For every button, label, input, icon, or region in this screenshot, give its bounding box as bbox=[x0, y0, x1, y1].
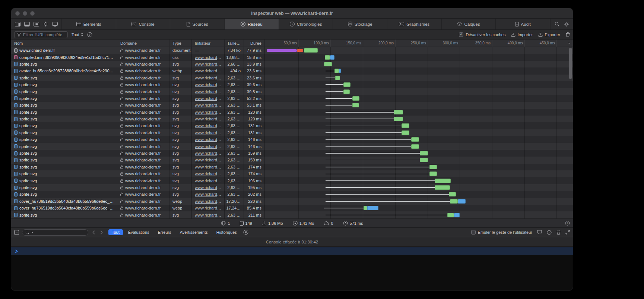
request-row[interactable]: sprite.svgwww.richard-dern.frsvgwww.rich… bbox=[11, 150, 573, 157]
column-header-domain[interactable]: Domaine bbox=[117, 40, 169, 47]
initiator-link[interactable]: www.richard-d… bbox=[195, 192, 221, 196]
console-search-input[interactable] bbox=[35, 230, 85, 235]
initiator-link[interactable]: www.richard-d… bbox=[195, 158, 221, 162]
column-header-size[interactable]: Taille… bbox=[225, 40, 244, 47]
request-row[interactable]: sprite.svgwww.richard-dern.frsvgwww.rich… bbox=[11, 129, 573, 136]
zoom-window-button[interactable] bbox=[30, 11, 35, 16]
initiator-link[interactable]: www.richard-d… bbox=[195, 103, 221, 107]
request-row[interactable]: sprite.svgwww.richard-dern.frsvgwww.rich… bbox=[11, 116, 573, 122]
dock-right-icon[interactable] bbox=[13, 20, 22, 28]
initiator-link[interactable]: www.richard-d… bbox=[195, 199, 221, 204]
initiator-link[interactable]: www.richard-d… bbox=[195, 137, 221, 142]
url-filter-input[interactable] bbox=[23, 32, 65, 37]
console-messages-icon[interactable] bbox=[537, 230, 542, 235]
console-scope-warnings[interactable]: Avertissements bbox=[177, 229, 211, 235]
search-icon[interactable] bbox=[553, 20, 561, 28]
initiator-link[interactable]: www.richard-d… bbox=[195, 165, 221, 169]
initiator-link[interactable]: www.richard-d… bbox=[195, 82, 221, 87]
initiator-link[interactable]: www.richard-d… bbox=[195, 62, 221, 66]
disable-caches-control[interactable]: Désactiver les caches bbox=[459, 32, 505, 37]
element-picker-icon[interactable] bbox=[41, 20, 50, 28]
request-row[interactable]: sprite.svgwww.richard-dern.frsvgwww.rich… bbox=[11, 75, 573, 81]
tab-elements[interactable]: Éléments bbox=[62, 19, 116, 29]
initiator-link[interactable]: www.richard-d… bbox=[195, 171, 221, 176]
console-scope-evaluations[interactable]: Évaluations bbox=[125, 229, 153, 235]
column-header-type[interactable]: Type bbox=[169, 40, 192, 47]
request-row[interactable]: sprite.svgwww.richard-dern.frsvgwww.rich… bbox=[11, 81, 573, 88]
initiator-link[interactable]: www.richard-d… bbox=[195, 213, 221, 217]
request-row[interactable]: cover_hu736519dc3b5040cfa48b6b559b6de6ec… bbox=[11, 198, 573, 205]
console-scope-errors[interactable]: Erreurs bbox=[155, 229, 175, 235]
initiator-link[interactable]: www.richard-d… bbox=[195, 96, 221, 101]
request-row[interactable]: sprite.svgwww.richard-dern.frsvgwww.rich… bbox=[11, 184, 573, 191]
dock-bottom-icon[interactable] bbox=[23, 20, 31, 28]
console-scope-all[interactable]: Tout bbox=[108, 229, 123, 235]
type-filter-dropdown[interactable]: Tout bbox=[72, 32, 83, 37]
trash-icon[interactable] bbox=[556, 230, 561, 235]
request-row[interactable]: compiled.min.38390909f303624ed9e1cf1bd3f… bbox=[11, 54, 573, 60]
request-row[interactable]: sprite.svgwww.richard-dern.frsvgwww.rich… bbox=[11, 143, 573, 150]
import-button[interactable]: Importer bbox=[511, 32, 533, 37]
request-row[interactable]: sprite.svgwww.richard-dern.frsvgwww.rich… bbox=[11, 88, 573, 95]
initiator-link[interactable]: www.richard-d… bbox=[195, 110, 221, 114]
filter-options-icon[interactable] bbox=[87, 32, 92, 37]
request-row[interactable]: sprite.svgwww.richard-dern.frsvgwww.rich… bbox=[11, 122, 573, 129]
tab-layers[interactable]: Calques bbox=[442, 19, 496, 29]
request-row[interactable]: sprite.svgwww.richard-dern.frsvgwww.rich… bbox=[11, 102, 573, 108]
tab-network[interactable]: Réseau bbox=[225, 19, 279, 29]
initiator-link[interactable]: www.richard-d… bbox=[195, 69, 221, 73]
request-row[interactable]: sprite.svgwww.richard-dern.frsvgwww.rich… bbox=[11, 136, 573, 143]
disable-caches-checkbox[interactable] bbox=[459, 32, 463, 37]
export-button[interactable]: Exporter bbox=[538, 32, 560, 37]
request-row[interactable]: sprite.svgwww.richard-dern.frsvgwww.rich… bbox=[11, 211, 573, 218]
request-row[interactable]: www.richard-dern.frwww.richard-dern.frdo… bbox=[11, 47, 573, 54]
request-row[interactable]: cover_hu736519dc3b5040cfa48b6b559b6de6ec… bbox=[11, 205, 573, 211]
console-mode-icon[interactable] bbox=[14, 230, 19, 235]
previous-result-icon[interactable] bbox=[91, 230, 96, 235]
emulate-gesture-checkbox[interactable] bbox=[471, 230, 476, 235]
request-row[interactable]: sprite.svgwww.richard-dern.frsvgwww.rich… bbox=[11, 170, 573, 177]
undock-icon[interactable] bbox=[32, 20, 41, 28]
initiator-link[interactable]: www.richard-d… bbox=[195, 144, 221, 149]
request-row[interactable]: sprite.svgwww.richard-dern.frsvgwww.rich… bbox=[11, 109, 573, 116]
initiator-link[interactable]: www.richard-d… bbox=[195, 89, 221, 94]
initiator-link[interactable]: www.richard-d… bbox=[195, 151, 221, 155]
column-header-initiator[interactable]: Initiateur bbox=[192, 40, 225, 47]
request-row[interactable]: sprite.svgwww.richard-dern.frsvgwww.rich… bbox=[11, 157, 573, 163]
initiator-link[interactable]: www.richard-d… bbox=[195, 185, 221, 190]
initiator-link[interactable]: www.richard-d… bbox=[195, 55, 221, 60]
tab-console[interactable]: Console bbox=[116, 19, 171, 29]
request-row[interactable]: sprite.svgwww.richard-dern.frsvgwww.rich… bbox=[11, 61, 573, 67]
url-filter-field[interactable] bbox=[14, 31, 68, 38]
request-row[interactable]: sprite.svgwww.richard-dern.frsvgwww.rich… bbox=[11, 164, 573, 170]
console-prompt[interactable] bbox=[11, 247, 573, 255]
collapse-timeline-chevron-icon[interactable] bbox=[567, 42, 571, 44]
request-row[interactable]: avatar_hu85ecc3e298728880b0bde2dcc4e5c23… bbox=[11, 67, 573, 74]
clear-console-icon[interactable] bbox=[547, 230, 552, 235]
tab-storage[interactable]: Stockage bbox=[333, 19, 387, 29]
help-icon[interactable]: ? bbox=[565, 221, 570, 226]
clear-network-items-icon[interactable] bbox=[566, 32, 570, 37]
request-row[interactable]: sprite.svgwww.richard-dern.frsvgwww.rich… bbox=[11, 177, 573, 184]
vertical-scrollbar-thumb[interactable] bbox=[569, 48, 572, 79]
tab-audit[interactable]: Audit bbox=[496, 19, 550, 29]
gear-icon[interactable] bbox=[562, 20, 571, 28]
initiator-link[interactable]: www.richard-d… bbox=[195, 130, 221, 135]
console-search-field[interactable] bbox=[22, 229, 88, 236]
column-header-name[interactable]: Nom bbox=[11, 40, 117, 47]
console-filter-options-icon[interactable] bbox=[243, 230, 248, 235]
expand-console-icon[interactable] bbox=[565, 230, 570, 235]
close-window-button[interactable] bbox=[15, 11, 20, 16]
device-icon[interactable] bbox=[51, 20, 59, 28]
request-row[interactable]: sprite.svgwww.richard-dern.frsvgwww.rich… bbox=[11, 191, 573, 198]
initiator-link[interactable]: www.richard-d… bbox=[195, 206, 221, 210]
initiator-link[interactable]: www.richard-d… bbox=[195, 179, 221, 183]
console-scope-histories[interactable]: Historiques bbox=[213, 229, 240, 235]
initiator-link[interactable]: www.richard-d… bbox=[195, 123, 221, 128]
minimize-window-button[interactable] bbox=[23, 11, 27, 16]
tab-timelines[interactable]: Chronologies bbox=[279, 19, 333, 29]
tab-graphics[interactable]: Graphismes bbox=[387, 19, 442, 29]
request-row[interactable]: sprite.svgwww.richard-dern.frsvgwww.rich… bbox=[11, 95, 573, 102]
tab-sources[interactable]: Sources bbox=[170, 19, 225, 29]
emulate-gesture-control[interactable]: Émuler le geste de l'utilisateur bbox=[471, 230, 532, 235]
